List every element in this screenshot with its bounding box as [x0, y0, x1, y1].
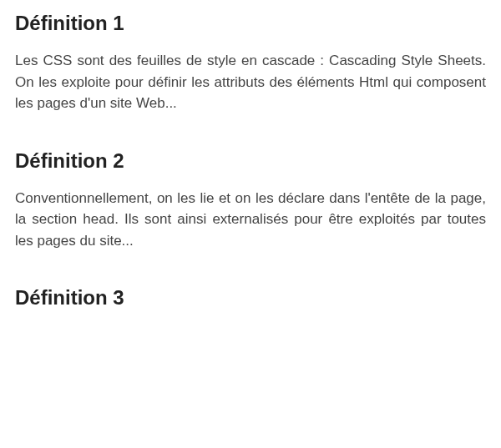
definition-block: Définition 2 Conventionnellement, on les… [15, 149, 486, 252]
definition-text: Conventionnellement, on les lie et on le… [15, 188, 486, 252]
definition-text: Les CSS sont des feuilles de style en ca… [15, 50, 486, 114]
definition-heading: Définition 1 [15, 12, 486, 35]
definition-block: Définition 3 [15, 286, 486, 310]
definition-heading: Définition 2 [15, 149, 486, 173]
definition-block: Définition 1 Les CSS sont des feuilles d… [15, 12, 486, 114]
definition-heading: Définition 3 [15, 286, 486, 310]
